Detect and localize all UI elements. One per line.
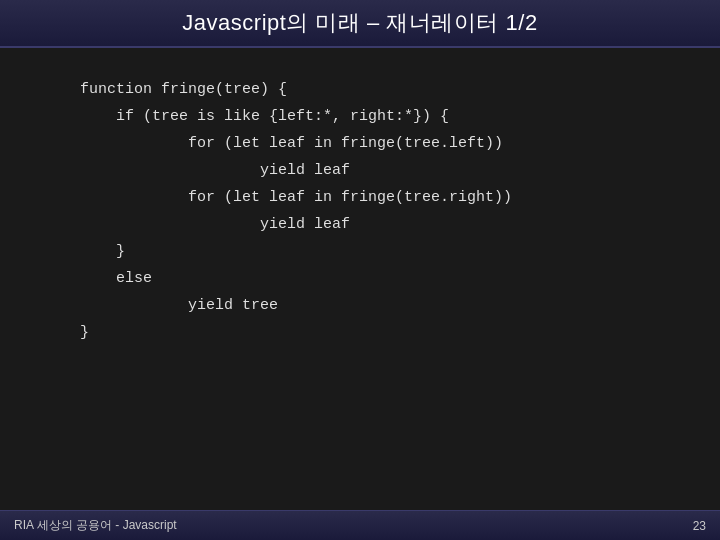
- code-line: yield leaf: [80, 211, 660, 238]
- footer-right: 23: [693, 519, 706, 533]
- code-line: }: [80, 238, 660, 265]
- code-line: }: [80, 319, 660, 346]
- footer-left: RIA 세상의 공용어 - Javascript: [14, 517, 177, 534]
- header-title: Javascript의 미래 – 재너레이터 1/2: [182, 8, 537, 38]
- main-content: function fringe(tree) { if (tree is like…: [0, 48, 720, 510]
- code-block: function fringe(tree) { if (tree is like…: [80, 76, 660, 346]
- code-line: yield tree: [80, 292, 660, 319]
- code-line: else: [80, 265, 660, 292]
- header-bar: Javascript의 미래 – 재너레이터 1/2: [0, 0, 720, 48]
- code-line: function fringe(tree) {: [80, 76, 660, 103]
- footer-bar: RIA 세상의 공용어 - Javascript 23: [0, 510, 720, 540]
- code-line: for (let leaf in fringe(tree.left)): [80, 130, 660, 157]
- code-line: yield leaf: [80, 157, 660, 184]
- code-line: for (let leaf in fringe(tree.right)): [80, 184, 660, 211]
- code-line: if (tree is like {left:*, right:*}) {: [80, 103, 660, 130]
